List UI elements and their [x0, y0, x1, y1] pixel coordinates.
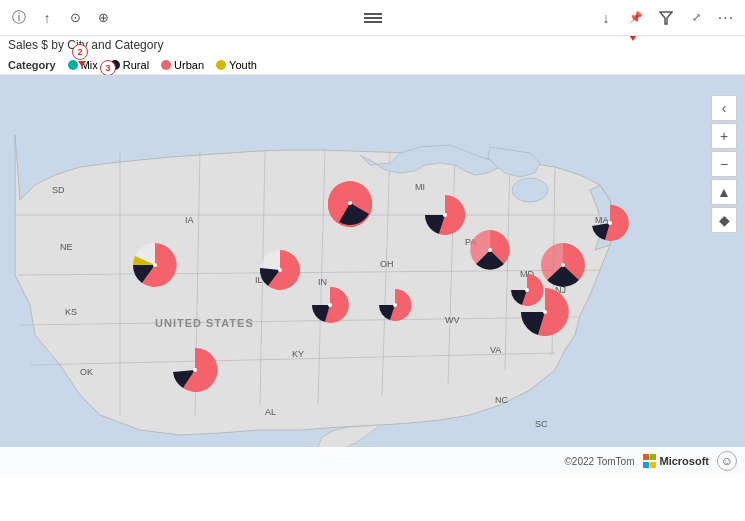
mix-label: Mix — [81, 59, 98, 71]
toolbar-center — [364, 13, 382, 23]
svg-text:SC: SC — [535, 419, 548, 429]
svg-text:IN: IN — [318, 277, 327, 287]
toolbar-right: ↓ 📌 ⤢ ··· — [595, 7, 737, 29]
svg-marker-0 — [660, 12, 672, 24]
ms-sq-blue — [643, 462, 649, 468]
expand-button[interactable]: ⊕ — [92, 7, 114, 29]
svg-text:AR: AR — [195, 377, 208, 387]
title-text: Sales $ by City and Category — [8, 38, 163, 52]
svg-text:KS: KS — [65, 307, 77, 317]
svg-point-14 — [512, 178, 548, 202]
info-button[interactable]: ⓘ — [8, 7, 30, 29]
up-button[interactable]: ↑ — [36, 7, 58, 29]
compass-button[interactable]: ◆ — [711, 207, 737, 233]
pin-button[interactable]: 📌 — [625, 7, 647, 29]
legend-item-youth: Youth — [216, 59, 257, 71]
svg-text:NJ: NJ — [555, 285, 566, 295]
legend-item-urban: Urban — [161, 59, 204, 71]
ms-squares-icon — [643, 454, 657, 468]
svg-text:KY: KY — [292, 349, 304, 359]
map[interactable]: SD NE KS OK IA IL IN KY AR AL MI OH WV V… — [0, 75, 745, 475]
svg-text:SD: SD — [52, 185, 65, 195]
svg-text:IA: IA — [185, 215, 194, 225]
urban-label: Urban — [174, 59, 204, 71]
mix-dot — [68, 60, 78, 70]
urban-dot — [161, 60, 171, 70]
ms-sq-green — [650, 454, 656, 460]
svg-text:UNITED STATES: UNITED STATES — [155, 317, 254, 329]
svg-text:IL: IL — [255, 275, 263, 285]
focus-button[interactable]: ⊙ — [64, 7, 86, 29]
svg-text:MD: MD — [520, 269, 534, 279]
filter-button[interactable] — [655, 7, 677, 29]
zoom-out-button[interactable]: − — [711, 151, 737, 177]
svg-text:WV: WV — [445, 315, 460, 325]
ms-sq-yellow — [650, 462, 656, 468]
svg-text:AL: AL — [265, 407, 276, 417]
svg-text:MA: MA — [595, 215, 609, 225]
chart-title: Sales $ by City and Category — [0, 36, 745, 56]
svg-text:OK: OK — [80, 367, 93, 377]
main-container: 1 2 3 ⓘ ↑ ⊙ ⊕ ↓ 📌 ⤢ ··· — [0, 0, 745, 521]
download-button[interactable]: ↓ — [595, 7, 617, 29]
hamburger-icon — [364, 17, 382, 19]
rural-label: Rural — [123, 59, 149, 71]
copyright-text: ©2022 TomTom — [565, 456, 635, 467]
legend-item-mix: Mix — [68, 59, 98, 71]
north-button[interactable]: ▲ — [711, 179, 737, 205]
feedback-button[interactable]: ☺ — [717, 451, 737, 471]
footer: ©2022 TomTom Microsoft ☺ — [0, 447, 745, 475]
youth-label: Youth — [229, 59, 257, 71]
toolbar: ⓘ ↑ ⊙ ⊕ ↓ 📌 ⤢ ··· — [0, 0, 745, 36]
hamburger-icon — [364, 21, 382, 23]
svg-text:MI: MI — [415, 182, 425, 192]
svg-text:NC: NC — [495, 395, 508, 405]
map-controls: ‹ + − ▲ ◆ — [711, 95, 737, 233]
toolbar-left: ⓘ ↑ ⊙ ⊕ — [8, 7, 114, 29]
svg-text:NE: NE — [60, 242, 73, 252]
more-button[interactable]: ··· — [715, 7, 737, 29]
legend-label: Category — [8, 59, 56, 71]
zoom-in-button[interactable]: + — [711, 123, 737, 149]
ms-sq-red — [643, 454, 649, 460]
map-background: SD NE KS OK IA IL IN KY AR AL MI OH WV V… — [0, 75, 745, 475]
svg-text:OH: OH — [380, 259, 394, 269]
hamburger-icon — [364, 13, 382, 15]
legend: Category Mix Rural Urban Youth — [0, 56, 745, 75]
microsoft-logo: Microsoft — [643, 454, 710, 468]
svg-text:PA: PA — [465, 237, 476, 247]
legend-item-rural: Rural — [110, 59, 149, 71]
rural-dot — [110, 60, 120, 70]
youth-dot — [216, 60, 226, 70]
svg-text:VA: VA — [490, 345, 501, 355]
microsoft-text: Microsoft — [660, 455, 710, 467]
collapse-button[interactable]: ‹ — [711, 95, 737, 121]
fullscreen-button[interactable]: ⤢ — [685, 7, 707, 29]
